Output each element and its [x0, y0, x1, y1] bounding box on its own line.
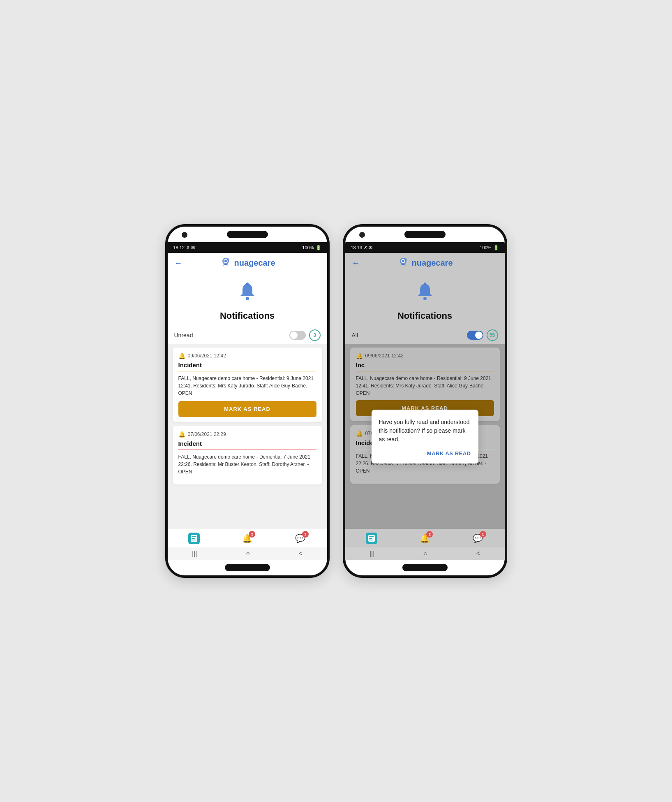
notif-list-1[interactable]: 🔔 09/06/2021 12:42 Incident FALL, Nuagec…: [168, 344, 327, 529]
svg-point-14: [423, 297, 427, 300]
logo-icon-1: [219, 256, 232, 269]
battery-2: 100%: [480, 245, 491, 250]
svg-point-12: [402, 260, 404, 262]
card-body-1-2: FALL, Nuagecare demo care home - Dementi…: [178, 453, 316, 475]
card-body-1-1: FALL, Nuagecare demo care home - Residen…: [178, 375, 316, 397]
card-title-1-2: Incident: [178, 440, 316, 447]
status-right-2: 100% 🔋: [480, 245, 499, 250]
signal-icons-2: ✗ ✉: [364, 245, 372, 250]
dialog-overlay-2: Have you fully read and understood this …: [345, 344, 505, 529]
phone-2: 18:13 ✗ ✉ 100% 🔋 ←: [343, 224, 507, 578]
notif-header-2: Notifications: [345, 273, 505, 326]
card-divider-1-1: [178, 371, 316, 371]
time-1: 18:12: [173, 245, 185, 250]
signal-icons-1: ✗ ✉: [186, 245, 195, 250]
notif-badge-2: 2: [426, 531, 433, 538]
notif-header-1: Notifications: [168, 273, 327, 326]
svg-point-4: [246, 297, 249, 300]
android-menu-2[interactable]: |||: [369, 550, 374, 557]
chat-badge-2: 1: [480, 531, 486, 538]
svg-point-3: [227, 258, 229, 261]
notif-card-1-2: 🔔 07/06/2021 22:29 Incident FALL, Nuagec…: [173, 426, 322, 484]
android-back-2[interactable]: <: [476, 550, 480, 557]
dialog-action-2: MARK AS READ: [379, 450, 471, 457]
status-left-2: 18:13 ✗ ✉: [351, 245, 373, 250]
svg-rect-18: [369, 538, 372, 539]
filter-row-1: Unread 3: [168, 326, 327, 344]
card-divider-1-2: [178, 450, 316, 450]
dialog-mark-read-btn-2[interactable]: MARK AS READ: [427, 450, 471, 457]
card-date-1-2: 🔔 07/06/2021 22:29: [178, 431, 316, 438]
status-right-1: 100% 🔋: [302, 245, 321, 250]
notif-card-1-1: 🔔 09/06/2021 12:42 Incident FALL, Nuagec…: [173, 348, 322, 422]
back-button-1[interactable]: ←: [174, 258, 182, 268]
notif-title-1: Notifications: [220, 311, 275, 321]
notif-badge-1: 2: [249, 531, 255, 538]
android-home-1[interactable]: ○: [246, 550, 250, 557]
bell-icon-1-2: 🔔: [178, 431, 185, 438]
bell-large-1: [237, 281, 258, 307]
filter-label-1: Unread: [174, 332, 286, 338]
toggle-1[interactable]: [289, 331, 306, 340]
reports-icon-1: [188, 533, 200, 544]
android-back-1[interactable]: <: [299, 550, 303, 557]
status-bar-2: 18:13 ✗ ✉ 100% 🔋: [345, 242, 505, 253]
logo-nu-1: nu: [234, 258, 244, 267]
camera-2: [359, 232, 365, 238]
battery-1: 100%: [302, 245, 314, 250]
back-button-2[interactable]: ←: [352, 258, 360, 268]
android-nav-1: ||| ○ <: [168, 547, 327, 560]
notif-title-2: Notifications: [397, 311, 452, 321]
svg-rect-8: [192, 538, 195, 539]
dialog-box-2: Have you fully read and understood this …: [372, 410, 478, 464]
svg-point-15: [424, 283, 426, 285]
time-2: 18:13: [351, 245, 363, 250]
status-left-1: 18:12 ✗ ✉: [173, 245, 195, 250]
android-home-2[interactable]: ○: [423, 550, 427, 557]
nav-item-chat-1[interactable]: 💬 1: [295, 533, 306, 544]
svg-rect-7: [192, 536, 196, 537]
toggle-2[interactable]: [467, 331, 483, 340]
battery-icon-2: 🔋: [493, 245, 499, 250]
android-menu-1[interactable]: |||: [192, 550, 197, 557]
logo-2: nuagecare: [397, 256, 453, 269]
phone-1: 18:12 ✗ ✉ 100% 🔋 ←: [165, 224, 330, 578]
nav-item-notif-1[interactable]: 🔔 2: [241, 533, 253, 544]
logo-icon-2: [397, 256, 410, 269]
date-text-1-2: 07/06/2021 22:29: [188, 431, 226, 437]
bottom-nav-1: 🔔 2 💬 1: [168, 529, 327, 547]
app-header-2: ← nuagecare: [345, 253, 505, 273]
nav-item-chat-2[interactable]: 💬 1: [472, 533, 484, 544]
svg-rect-9: [192, 540, 196, 540]
svg-point-13: [404, 258, 407, 261]
card-title-1-1: Incident: [178, 362, 316, 369]
mark-read-btn-1-1[interactable]: MARK AS READ: [178, 401, 316, 417]
screen-2: 18:13 ✗ ✉ 100% 🔋 ←: [345, 242, 505, 560]
android-nav-2: ||| ○ <: [345, 547, 505, 560]
svg-rect-17: [369, 536, 374, 537]
logo-nu-2: nu: [411, 258, 421, 267]
chat-badge-1: 1: [302, 531, 309, 538]
svg-point-2: [224, 260, 227, 262]
svg-rect-19: [369, 540, 373, 540]
bell-large-2: [414, 281, 436, 307]
bell-icon-1-1: 🔔: [178, 352, 185, 359]
phones-container: 18:12 ✗ ✉ 100% 🔋 ←: [165, 224, 507, 578]
nav-item-reports-2[interactable]: [366, 533, 377, 544]
count-badge-2: 55: [487, 329, 498, 341]
logo-agecare-2: agecare: [422, 258, 453, 267]
bottom-bar-1: [225, 564, 270, 571]
app-header-1: ← nuagecare: [168, 253, 327, 273]
camera-1: [182, 232, 187, 238]
notif-list-2: 🔔 09/06/2021 12:42 Incident FALL, Nuagec…: [345, 344, 505, 529]
battery-icon-1: 🔋: [316, 245, 321, 250]
logo-text-1: nuagecare: [234, 258, 275, 268]
filter-row-2: All 55: [345, 326, 505, 344]
nav-item-reports-1[interactable]: [188, 533, 200, 544]
nav-item-notif-2[interactable]: 🔔 2: [419, 533, 430, 544]
status-bar-1: 18:12 ✗ ✉ 100% 🔋: [168, 242, 327, 253]
dialog-text-2: Have you fully read and understood this …: [379, 418, 471, 444]
bottom-nav-2: 🔔 2 💬 1: [345, 529, 505, 547]
card-date-1-1: 🔔 09/06/2021 12:42: [178, 352, 316, 359]
svg-point-5: [246, 283, 249, 285]
